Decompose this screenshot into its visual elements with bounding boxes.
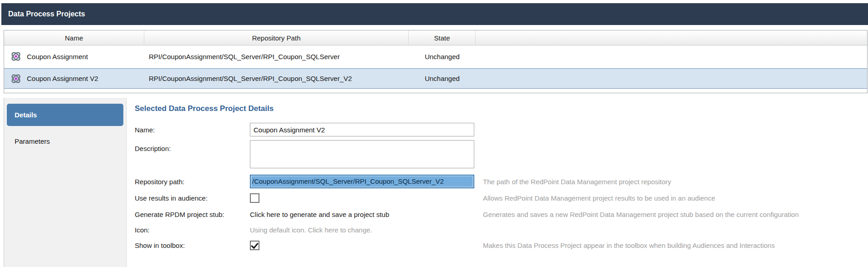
project-repository-path-cell: RPI/CouponAssignment/SQL_Server/RPI_Coup… xyxy=(144,53,409,60)
column-header-repository-path[interactable]: Repository Path xyxy=(144,30,409,45)
show-in-toolbox-hint: Makes this Data Process Project appear i… xyxy=(483,242,775,249)
name-row: Name: xyxy=(135,122,864,137)
description-label: Description: xyxy=(135,140,250,152)
repository-path-input[interactable]: /CouponAssignment/SQL_Server/RPI_Coupon_… xyxy=(250,175,474,188)
use-results-checkbox[interactable] xyxy=(250,193,259,203)
column-header-state[interactable]: State xyxy=(409,30,476,45)
atom-icon xyxy=(10,50,22,62)
generate-stub-hint: Generates and saves a new RedPoint Data … xyxy=(483,211,799,218)
generate-stub-label: Generate RPDM project stub: xyxy=(135,211,250,218)
details-sidebar: Details Parameters xyxy=(4,98,127,267)
repository-path-hint: The path of the RedPoint Data Management… xyxy=(483,178,671,186)
tab-parameters-label: Parameters xyxy=(15,137,50,145)
projects-table: Name Repository Path State Coupon Assign… xyxy=(4,30,868,93)
use-results-row: Use results in audience: Allows RedPoint… xyxy=(135,191,864,205)
project-name: Coupon Assignment V2 xyxy=(27,75,98,82)
repository-path-selected-text: /CouponAssignment/SQL_Server/RPI_Coupon_… xyxy=(251,176,473,187)
tab-details[interactable]: Details xyxy=(7,104,123,126)
page-title: Data Process Projects xyxy=(8,10,85,18)
show-in-toolbox-checkbox[interactable] xyxy=(250,241,259,250)
panel-title-bar: Data Process Projects xyxy=(1,3,868,25)
icon-change-link[interactable]: Using default icon. Click here to change… xyxy=(250,226,372,234)
project-name-cell: Coupon Assignment xyxy=(4,50,144,62)
show-in-toolbox-row: Show in toolbox: Makes this Data Process… xyxy=(135,238,864,252)
show-in-toolbox-label: Show in toolbox: xyxy=(135,242,250,249)
details-heading: Selected Data Process Project Details xyxy=(135,104,274,113)
column-header-filler xyxy=(476,30,867,45)
repository-path-row: Repository path: /CouponAssignment/SQL_S… xyxy=(135,174,864,189)
icon-label: Icon: xyxy=(135,226,250,234)
use-results-label: Use results in audience: xyxy=(135,194,250,202)
table-row[interactable]: Coupon Assignment V2 RPI/CouponAssignmen… xyxy=(4,68,867,89)
generate-stub-link[interactable]: Click here to generate and save a projec… xyxy=(250,211,389,218)
project-state-cell: Unchanged xyxy=(409,75,476,82)
projects-table-header: Name Repository Path State xyxy=(4,30,867,45)
tab-parameters[interactable]: Parameters xyxy=(7,134,123,148)
column-header-name[interactable]: Name xyxy=(4,30,144,45)
description-input[interactable] xyxy=(250,140,474,168)
project-repository-path-cell: RPI/CouponAssignment/SQL_Server/RPI_Coup… xyxy=(144,75,409,82)
icon-row: Icon: Using default icon. Click here to … xyxy=(135,224,864,236)
project-state-cell: Unchanged xyxy=(409,53,476,60)
description-row: Description: xyxy=(135,140,864,170)
name-label: Name: xyxy=(135,126,250,134)
details-panel: Selected Data Process Project Details Na… xyxy=(127,98,868,267)
project-name: Coupon Assignment xyxy=(27,53,88,60)
generate-stub-row: Generate RPDM project stub: Click here t… xyxy=(135,208,864,220)
tab-details-label: Details xyxy=(15,111,37,119)
project-name-cell: Coupon Assignment V2 xyxy=(4,73,144,85)
name-input[interactable] xyxy=(250,123,474,136)
use-results-hint: Allows RedPoint Data Management project … xyxy=(483,194,715,202)
table-row[interactable]: Coupon Assignment RPI/CouponAssignment/S… xyxy=(4,45,867,67)
atom-icon xyxy=(10,73,22,85)
repository-path-label: Repository path: xyxy=(135,178,250,186)
